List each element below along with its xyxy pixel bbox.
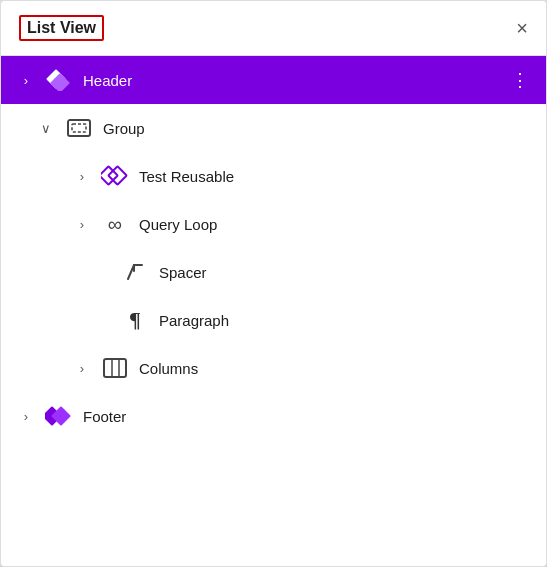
- chevron-right-icon: ›: [73, 169, 91, 184]
- tree-row-test-reusable[interactable]: › Test Reusable: [1, 152, 546, 200]
- paragraph-icon: ¶: [121, 306, 149, 334]
- header-label: Header: [83, 72, 501, 89]
- close-button[interactable]: ×: [516, 18, 528, 38]
- panel-header: List View ×: [1, 1, 546, 56]
- spacer-label: Spacer: [159, 264, 530, 281]
- chevron-down-icon: ∨: [37, 121, 55, 136]
- tree-row-columns[interactable]: › Columns: [1, 344, 546, 392]
- columns-label: Columns: [139, 360, 530, 377]
- query-loop-label: Query Loop: [139, 216, 530, 233]
- header-diamond-icon: [45, 66, 73, 94]
- svg-rect-3: [72, 124, 86, 132]
- list-view-panel: List View × › Header ⋮ ∨: [0, 0, 547, 567]
- chevron-right-icon: ›: [73, 361, 91, 376]
- tree-row-header[interactable]: › Header ⋮: [1, 56, 546, 104]
- columns-icon: [101, 354, 129, 382]
- paragraph-label: Paragraph: [159, 312, 530, 329]
- tree-row-paragraph[interactable]: ¶ Paragraph: [1, 296, 546, 344]
- tree-row-group[interactable]: ∨ Group: [1, 104, 546, 152]
- chevron-right-icon: ›: [73, 217, 91, 232]
- chevron-right-icon: ›: [17, 409, 35, 424]
- chevron-right-icon: ›: [17, 73, 35, 88]
- footer-label: Footer: [83, 408, 530, 425]
- test-reusable-label: Test Reusable: [139, 168, 530, 185]
- svg-rect-7: [104, 359, 126, 377]
- tree-row-footer[interactable]: › Footer: [1, 392, 546, 440]
- tree-row-query-loop[interactable]: › ∞ Query Loop: [1, 200, 546, 248]
- reusable-icon: [101, 162, 129, 190]
- tree-row-spacer[interactable]: Spacer: [1, 248, 546, 296]
- group-label: Group: [103, 120, 530, 137]
- tree-list: › Header ⋮ ∨ Group ›: [1, 56, 546, 440]
- spacer-icon: [121, 258, 149, 286]
- context-menu-button[interactable]: ⋮: [511, 69, 530, 91]
- footer-diamond-icon: [45, 402, 73, 430]
- panel-title: List View: [19, 15, 104, 41]
- loop-icon: ∞: [101, 210, 129, 238]
- group-icon: [65, 114, 93, 142]
